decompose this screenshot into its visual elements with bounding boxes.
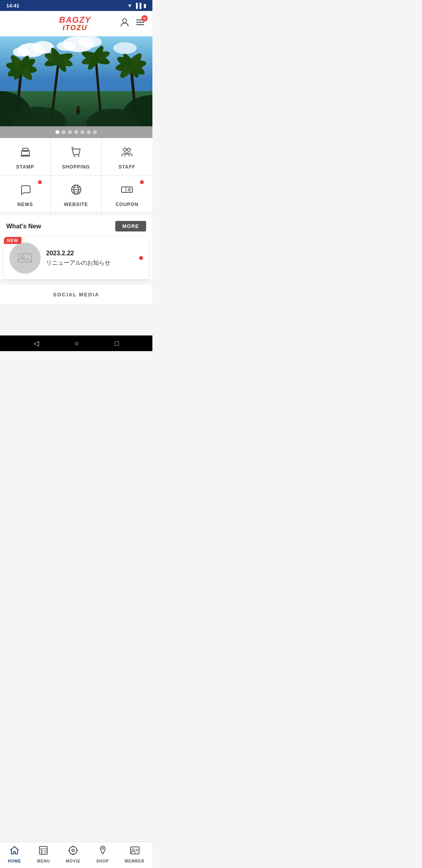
dot-2[interactable] — [62, 130, 66, 134]
staff-menu-item[interactable]: STAFF — [102, 138, 152, 176]
more-button[interactable]: MORE — [115, 221, 146, 231]
hero-image — [0, 36, 152, 126]
status-bar: 14:41 ▼ ▐▐ ▮ — [0, 0, 152, 11]
website-icon — [69, 183, 83, 199]
stamp-label: STAMP — [16, 164, 34, 170]
logo-itozu: ITOZU — [63, 24, 88, 31]
svg-point-11 — [57, 41, 76, 51]
signal-icon: ▐▐ — [134, 3, 141, 9]
svg-point-0 — [123, 19, 127, 23]
app-logo: BAGZY ITOZU — [59, 16, 91, 31]
android-nav-bar: ◁ ○ □ — [0, 335, 152, 351]
svg-point-36 — [77, 106, 80, 109]
recents-button[interactable]: □ — [114, 339, 119, 348]
news-card[interactable]: NEW 2023.2.22 リニューアルのお知らせ — [4, 237, 148, 279]
svg-point-7 — [32, 41, 54, 54]
svg-point-42 — [123, 148, 127, 151]
stamp-icon — [18, 145, 32, 161]
whats-new-title: What's New — [6, 223, 41, 230]
svg-point-35 — [76, 108, 80, 115]
news-thumbnail — [9, 242, 41, 274]
menu-badge: N — [141, 15, 148, 22]
svg-point-10 — [78, 36, 102, 48]
coupon-label: COUPON — [116, 202, 139, 207]
menu-button[interactable]: N — [135, 17, 145, 30]
home-button[interactable]: ○ — [75, 339, 79, 348]
website-menu-item[interactable]: WEBSITE — [51, 176, 102, 213]
staff-label: STAFF — [119, 164, 136, 170]
news-menu-item[interactable]: NEWS — [0, 176, 51, 213]
shopping-label: SHOPPING — [62, 164, 90, 170]
svg-point-43 — [127, 148, 131, 151]
social-media-label: SOCIAL MEDIA — [53, 292, 99, 298]
coupon-icon — [120, 183, 134, 199]
staff-icon — [120, 145, 134, 161]
svg-point-41 — [78, 155, 79, 157]
dot-1[interactable] — [55, 130, 59, 134]
news-notification-dot — [38, 180, 42, 184]
news-text: リニューアルのお知らせ — [46, 259, 134, 267]
app-header: BAGZY ITOZU N — [0, 11, 152, 36]
whats-new-header: What's New MORE — [0, 215, 152, 237]
hero-slider[interactable] — [0, 36, 152, 126]
news-icon — [18, 183, 32, 199]
coupon-menu-item[interactable]: COUPON — [102, 176, 152, 213]
news-unread-dot — [139, 256, 143, 260]
time-display: 14:41 — [6, 3, 19, 9]
shopping-icon — [69, 145, 83, 161]
dot-6[interactable] — [87, 130, 91, 134]
svg-point-40 — [74, 155, 75, 157]
website-label: WEBSITE — [64, 202, 88, 207]
slider-dots — [0, 126, 152, 138]
svg-point-8 — [13, 47, 30, 57]
coupon-notification-dot — [140, 180, 144, 184]
whats-new-section: What's New MORE NEW 2023.2.22 リニューアルのお知ら… — [0, 215, 152, 279]
status-icons: ▼ ▐▐ ▮ — [127, 3, 146, 9]
news-content: 2023.2.22 リニューアルのお知らせ — [46, 250, 134, 267]
new-badge: NEW — [4, 237, 21, 244]
dot-4[interactable] — [74, 130, 78, 134]
header-actions: N — [120, 17, 145, 30]
dot-3[interactable] — [68, 130, 72, 134]
back-button[interactable]: ◁ — [34, 339, 39, 348]
news-label: NEWS — [18, 202, 33, 207]
battery-icon: ▮ — [143, 3, 146, 9]
stamp-menu-item[interactable]: STAMP — [0, 138, 51, 176]
social-media-section: SOCIAL MEDIA — [0, 285, 152, 304]
news-date: 2023.2.22 — [46, 250, 134, 257]
svg-point-12 — [113, 42, 137, 54]
dot-5[interactable] — [80, 130, 84, 134]
grid-menu: STAMP SHOPPING STAFF — [0, 138, 152, 213]
shopping-menu-item[interactable]: SHOPPING — [51, 138, 102, 176]
profile-button[interactable] — [120, 17, 130, 30]
wifi-icon: ▼ — [127, 3, 132, 9]
dot-7[interactable] — [93, 130, 97, 134]
logo-bagzy: BAGZY — [59, 16, 91, 24]
